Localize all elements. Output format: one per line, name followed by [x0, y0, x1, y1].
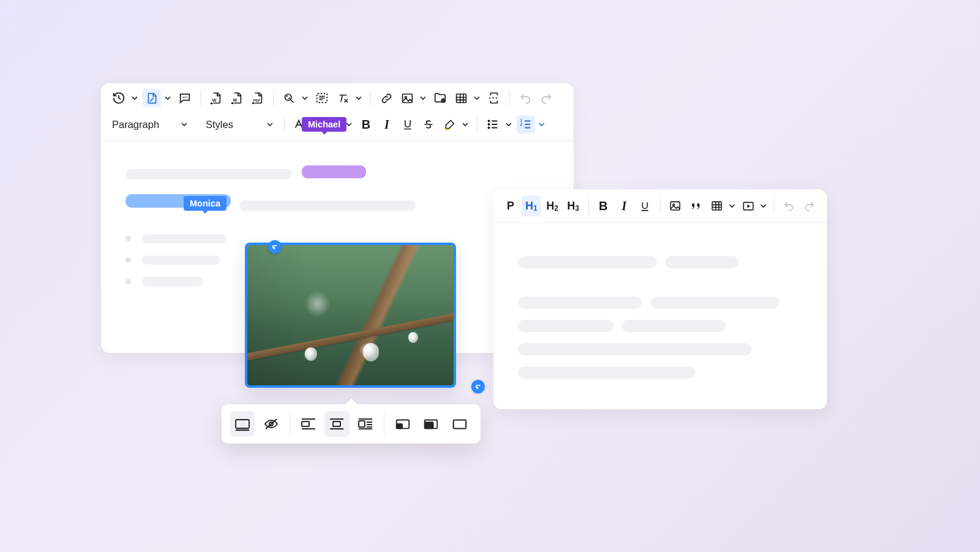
image-icon[interactable] [665, 195, 685, 216]
svg-rect-26 [359, 421, 365, 427]
word-export-icon[interactable]: W [228, 89, 246, 107]
svg-rect-8 [402, 94, 412, 102]
secondary-canvas[interactable] [493, 223, 827, 390]
page-break-icon[interactable] [485, 89, 503, 107]
resize-handle-top-left-icon[interactable] [268, 240, 282, 254]
bold-icon[interactable]: B [593, 195, 613, 216]
svg-rect-19 [713, 202, 722, 210]
text-placeholder [142, 277, 203, 286]
size-small-icon[interactable] [391, 411, 415, 437]
svg-rect-17 [670, 202, 679, 210]
undo-icon[interactable] [779, 195, 799, 216]
text-placeholder [518, 256, 657, 268]
text-placeholder [125, 169, 292, 180]
svg-rect-28 [397, 424, 402, 428]
bullet-list-icon[interactable] [484, 115, 502, 134]
svg-point-0 [182, 97, 184, 98]
text-placeholder [518, 366, 695, 379]
styles-dropdown-label: Styles [206, 119, 233, 130]
blockquote-icon[interactable] [686, 195, 706, 216]
italic-icon[interactable]: I [378, 115, 396, 134]
pdf-export-icon[interactable]: PDF [249, 89, 267, 107]
clear-formatting-icon[interactable] [334, 89, 352, 107]
svg-point-6 [285, 94, 291, 100]
svg-point-14 [488, 127, 489, 128]
find-replace-chevron-icon[interactable] [301, 89, 309, 107]
image-inline-icon[interactable] [230, 411, 255, 437]
secondary-editor-window: P H1 H2 H3 B I [493, 189, 827, 409]
toolbar-separator [273, 90, 274, 106]
svg-rect-30 [425, 422, 433, 428]
history-chevron-icon[interactable] [130, 89, 139, 107]
tracked-changes-chevron-icon[interactable] [163, 89, 172, 107]
numbered-list-chevron-icon[interactable] [537, 115, 546, 134]
clear-formatting-chevron-icon[interactable] [354, 89, 363, 107]
redo-icon[interactable] [537, 89, 555, 107]
wrap-text-icon[interactable] [353, 411, 378, 437]
highlight-chevron-icon[interactable] [461, 115, 469, 134]
toolbar-separator [200, 90, 201, 106]
underline-icon[interactable] [398, 115, 417, 134]
collaborator-tag-monica: Monica [184, 196, 226, 211]
text-placeholder [518, 343, 752, 355]
svg-rect-11 [456, 94, 466, 102]
toolbar-separator [370, 90, 371, 106]
heading-2-button[interactable]: H2 [542, 195, 562, 216]
svg-point-13 [488, 124, 489, 125]
italic-icon[interactable]: I [615, 195, 634, 216]
text-placeholder [142, 255, 220, 265]
select-all-icon[interactable] [313, 89, 331, 107]
resize-handle-bottom-right-icon[interactable] [471, 380, 485, 393]
history-icon[interactable] [110, 89, 128, 107]
align-left-icon[interactable] [296, 411, 321, 437]
image-hidden-icon[interactable] [258, 411, 283, 437]
redo-icon[interactable] [800, 195, 820, 216]
numbered-list-icon[interactable]: 12 [517, 115, 535, 134]
size-medium-icon[interactable] [419, 411, 443, 437]
toolbar-separator [774, 197, 774, 214]
paragraph-dropdown[interactable]: Paragraph [110, 115, 192, 134]
word-import-icon[interactable]: W [207, 89, 225, 107]
table-icon[interactable] [452, 89, 470, 107]
image-chevron-icon[interactable] [419, 89, 427, 107]
svg-point-1 [184, 97, 185, 98]
align-center-icon[interactable] [324, 411, 349, 437]
strikethrough-icon[interactable] [419, 115, 438, 134]
undo-icon[interactable] [516, 89, 534, 107]
underline-icon[interactable] [635, 195, 655, 216]
image-context-toolbar [222, 404, 481, 444]
heading-3-button[interactable]: H3 [563, 195, 583, 216]
bold-icon[interactable]: B [357, 115, 375, 134]
table-chevron-icon[interactable] [473, 89, 481, 107]
bullet-dot [125, 236, 131, 241]
bullet-dot [125, 257, 131, 263]
image-icon[interactable] [398, 89, 416, 107]
secondary-toolbar: P H1 H2 H3 B I [493, 189, 827, 223]
styles-dropdown[interactable]: Styles [203, 115, 278, 134]
selection-michael [302, 165, 366, 178]
text-placeholder [622, 320, 726, 332]
tracked-changes-icon[interactable] [143, 89, 161, 107]
toolbar-separator [509, 90, 510, 106]
text-placeholder [665, 256, 739, 268]
media-icon[interactable] [738, 195, 758, 216]
paragraph-dropdown-label: Paragraph [112, 119, 159, 130]
text-placeholder [518, 297, 642, 309]
toolbar-separator [384, 414, 384, 434]
find-replace-icon[interactable] [280, 89, 298, 107]
toolbar-separator [284, 116, 285, 132]
paragraph-format-button[interactable]: P [501, 195, 520, 216]
text-placeholder [518, 320, 613, 332]
link-icon[interactable] [377, 89, 395, 107]
highlight-icon[interactable] [440, 115, 458, 134]
comment-icon[interactable] [176, 89, 194, 107]
size-original-icon[interactable] [447, 411, 472, 437]
heading-1-button[interactable]: H1 [522, 195, 541, 216]
file-browser-icon[interactable] [431, 89, 449, 107]
table-chevron-icon[interactable] [728, 197, 736, 215]
bullet-list-chevron-icon[interactable] [504, 115, 513, 134]
media-chevron-icon[interactable] [759, 197, 767, 215]
svg-rect-24 [302, 422, 309, 426]
selected-image[interactable] [245, 243, 456, 388]
table-icon[interactable] [707, 195, 727, 216]
